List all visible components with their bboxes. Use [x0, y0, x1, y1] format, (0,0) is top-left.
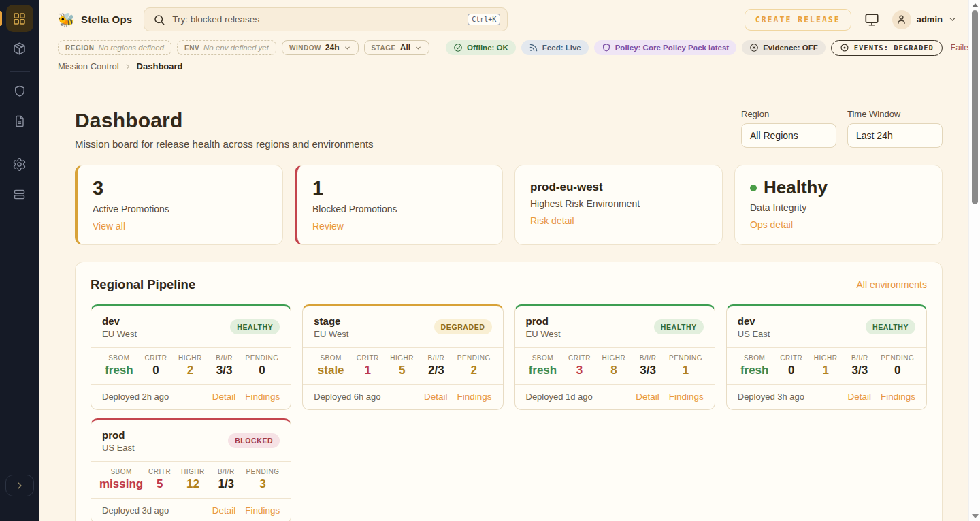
bir-value: 2/3 — [419, 364, 453, 377]
findings-link[interactable]: Findings — [245, 505, 280, 516]
page-content: Dashboard Mission board for release heal… — [39, 76, 980, 521]
sidebar-collapse-button[interactable] — [5, 475, 34, 496]
status-badge: DEGRADED — [434, 319, 492, 334]
active-nav-indicator — [0, 11, 2, 26]
monitor-icon[interactable] — [864, 12, 879, 27]
critr-value: 0 — [774, 364, 808, 377]
critr-column-label: CRITR — [774, 354, 808, 362]
evidence-status-pill[interactable]: Evidence: OFF — [742, 40, 826, 55]
sidebar-divider — [10, 71, 30, 72]
sidebar-item-releases[interactable] — [6, 35, 33, 62]
sidebar-item-infrastructure[interactable] — [6, 180, 33, 208]
scrollbar-thumb[interactable] — [972, 10, 978, 204]
detail-link[interactable]: Detail — [212, 505, 236, 516]
env-name: dev — [738, 315, 770, 327]
sidebar-item-settings[interactable] — [6, 151, 33, 178]
policy-status-label: Policy: Core Policy Pack latest — [615, 44, 729, 52]
all-environments-link[interactable]: All environments — [857, 279, 928, 290]
sbom-column-label: SBOM — [735, 354, 774, 362]
highest-risk-value: prod-eu-west — [530, 177, 707, 194]
document-icon — [13, 114, 27, 128]
review-link[interactable]: Review — [312, 221, 344, 232]
data-integrity-label: Data Integrity — [750, 202, 927, 213]
findings-link[interactable]: Findings — [245, 392, 280, 402]
header-actions: CREATE RELEASE admin — [745, 9, 957, 31]
region-select[interactable]: All Regions — [741, 123, 836, 148]
findings-link[interactable]: Findings — [457, 392, 491, 402]
scrollbar-down-arrow[interactable] — [972, 514, 979, 518]
stage-filter[interactable]: STAGE All — [364, 40, 430, 55]
scrollbar-up-arrow[interactable] — [972, 3, 979, 7]
env-name: prod — [526, 315, 561, 327]
feed-status-pill[interactable]: Feed: Live — [521, 40, 589, 55]
region-filter[interactable]: REGION No regions defined — [58, 40, 172, 55]
pending-column-label: PENDING — [877, 354, 918, 362]
status-badge: BLOCKED — [228, 433, 280, 448]
shield-icon — [602, 43, 611, 52]
findings-link[interactable]: Findings — [669, 392, 704, 402]
env-filter[interactable]: ENV No env defined yet — [177, 40, 276, 55]
user-menu[interactable]: admin — [892, 10, 957, 29]
highr-column-label: HIGHR — [808, 354, 843, 362]
pending-value: 0 — [242, 364, 282, 377]
search-shortcut-kbd: Ctrl+K — [468, 14, 500, 25]
healthy-dot-icon — [750, 185, 757, 191]
detail-link[interactable]: Detail — [424, 392, 448, 402]
env-filter-label: ENV — [184, 44, 199, 52]
view-all-link[interactable]: View all — [93, 221, 125, 232]
critr-value: 1 — [350, 364, 385, 377]
chevron-down-icon — [344, 44, 351, 52]
bir-value: 3/3 — [843, 364, 877, 377]
feed-status-label: Feed: Live — [542, 44, 581, 52]
chevron-right-icon — [124, 63, 132, 71]
bir-column-label: B/I/R — [208, 354, 242, 362]
detail-link[interactable]: Detail — [847, 392, 871, 402]
env-filter-value: No env defined yet — [203, 44, 269, 52]
ops-detail-link[interactable]: Ops detail — [750, 219, 793, 230]
vertical-scrollbar[interactable] — [968, 0, 980, 521]
highr-column-label: HIGHR — [176, 468, 210, 475]
window-filter[interactable]: WINDOW 24h — [282, 40, 359, 55]
sidebar-divider — [10, 144, 30, 144]
server-stack-icon — [12, 187, 27, 202]
bir-column-label: B/I/R — [210, 468, 243, 475]
gear-icon — [12, 157, 27, 172]
user-name: admin — [917, 14, 943, 25]
risk-detail-link[interactable]: Risk detail — [530, 215, 574, 226]
deployed-ago: Deployed 6h ago — [314, 392, 380, 402]
page-title: Dashboard — [75, 109, 374, 132]
policy-status-pill[interactable]: Policy: Core Policy Pack latest — [594, 40, 736, 55]
create-release-button[interactable]: CREATE RELEASE — [745, 9, 851, 31]
sidebar-item-security[interactable] — [6, 78, 33, 105]
sidebar-item-dashboard[interactable] — [6, 5, 33, 32]
stage-filter-value: All — [400, 43, 410, 52]
breadcrumb-mission-control[interactable]: Mission Control — [58, 61, 119, 72]
detail-link[interactable]: Detail — [212, 392, 236, 402]
app-title: Stella Ops — [81, 14, 132, 25]
circle-dot-icon — [840, 43, 849, 52]
sidebar-footer — [0, 475, 39, 521]
breadcrumb: Mission Control Dashboard — [39, 57, 980, 76]
critr-value: 5 — [143, 477, 176, 491]
sidebar — [0, 0, 39, 521]
region-filter-label: REGION — [65, 44, 94, 52]
blocked-promotions-label: Blocked Promotions — [312, 204, 487, 215]
region-name: EU West — [102, 329, 137, 339]
deployed-ago: Deployed 3h ago — [738, 392, 804, 402]
status-badge: HEALTHY — [230, 319, 280, 334]
findings-link[interactable]: Findings — [881, 392, 915, 402]
pending-value: 1 — [665, 364, 706, 377]
global-search[interactable]: Ctrl+K — [144, 7, 508, 31]
main-column: 🐝 Stella Ops Ctrl+K CREATE RELEASE admin — [39, 0, 980, 521]
pending-column-label: PENDING — [243, 468, 283, 475]
sidebar-item-documents[interactable] — [6, 108, 33, 135]
highr-value: 8 — [597, 364, 631, 377]
offline-status-pill[interactable]: Offline: OK — [446, 40, 516, 55]
detail-link[interactable]: Detail — [636, 392, 659, 402]
time-window-select[interactable]: Last 24h — [847, 123, 943, 148]
deployed-ago: Deployed 1d ago — [526, 392, 593, 402]
critr-column-label: CRITR — [562, 354, 596, 362]
search-input[interactable] — [172, 14, 461, 25]
events-status-pill[interactable]: EVENTS: DEGRADED — [831, 40, 943, 56]
region-name: US East — [102, 443, 135, 453]
